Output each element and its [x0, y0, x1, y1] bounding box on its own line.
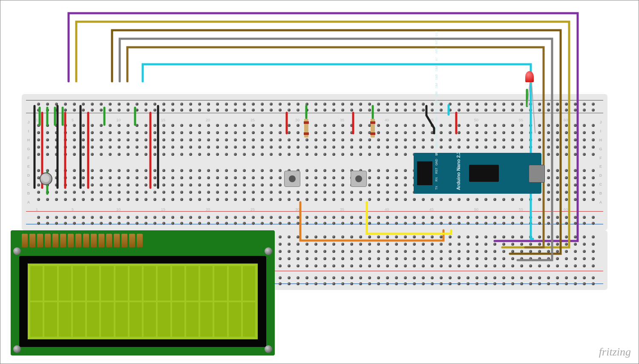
- potentiometer[interactable]: [40, 172, 52, 185]
- fritzing-credit: fritzing: [599, 346, 631, 358]
- lcd-pin-header: [22, 234, 143, 247]
- row-labels-left: JIHGFEDCBA: [24, 115, 33, 209]
- screw-icon: [13, 247, 21, 255]
- led-red: [525, 71, 534, 82]
- resistor-r1: [304, 119, 308, 138]
- resistor-r2: [371, 119, 375, 138]
- row-labels-right: JIHGFEDCBA: [596, 115, 605, 209]
- arduino-nano: Arduino Nano 2.3 VINGNDRST+5VA0A1A2A3A4A…: [414, 153, 541, 194]
- lcd-screen: [28, 264, 258, 339]
- usb-port-icon: [529, 165, 545, 183]
- icsp-header-icon: [417, 161, 432, 185]
- screw-icon: [265, 247, 272, 255]
- screw-icon: [265, 345, 272, 353]
- screw-icon: [13, 345, 21, 353]
- push-button-2[interactable]: [351, 171, 367, 187]
- board-label: Arduino Nano 2.3: [456, 152, 461, 190]
- lcd-16x2: [11, 230, 275, 355]
- push-button-1[interactable]: [284, 171, 300, 187]
- mcu-chip-icon: [469, 165, 499, 182]
